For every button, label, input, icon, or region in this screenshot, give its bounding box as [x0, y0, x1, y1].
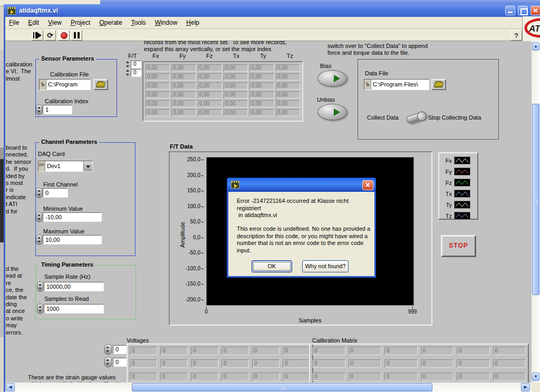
voltages-index-value[interactable]: 0	[113, 358, 127, 367]
ft-cell: 0,00	[198, 82, 222, 90]
error-message: Error -2147221164 occurred at Klasse nic…	[237, 198, 349, 219]
ft-cell: 0,00	[224, 82, 248, 90]
run-button[interactable]	[32, 30, 43, 41]
titlebar[interactable]: atidaqftmx.vi	[4, 4, 540, 17]
menu-help[interactable]: Help	[186, 19, 199, 26]
ft-cell: 0,00	[146, 82, 170, 90]
waveform-swatch	[454, 212, 470, 220]
scroll-right-icon[interactable]: ▶	[521, 383, 530, 391]
ft-index-value[interactable]: 0	[131, 61, 141, 68]
maximum-value-spinner[interactable]	[36, 234, 42, 245]
calibration-cell: 0	[493, 359, 526, 368]
ok-button[interactable]: OK	[252, 260, 292, 272]
y-tick-label: 0,0	[193, 234, 204, 240]
calibration-cell: 0	[384, 359, 418, 368]
menu-view[interactable]: View	[48, 19, 62, 26]
context-help-button[interactable]: ?	[510, 30, 522, 41]
voltages-index-spinner[interactable]	[104, 357, 112, 367]
voltage-cell: 0	[252, 347, 279, 355]
legend-item[interactable]: Ty	[440, 199, 477, 210]
legend-item[interactable]: Fx	[440, 155, 477, 166]
calibration-index-spinner[interactable]	[36, 104, 42, 115]
calibration-cell: 0	[349, 347, 382, 355]
ft-cell: 0,00	[224, 109, 248, 116]
samples-to-read-field[interactable]: 1000	[44, 304, 104, 313]
y-axis: 250,0200,0150,0100,050,00,0-50,0-100,0-1…	[170, 156, 204, 302]
scroll-left-icon[interactable]: ◀	[6, 383, 15, 391]
samples-to-read-spinner[interactable]	[37, 303, 43, 314]
scroll-down-icon[interactable]: ▼	[532, 373, 539, 381]
path-type-icon: Ъ	[364, 80, 371, 90]
menu-file[interactable]: File	[9, 19, 19, 26]
first-channel-value[interactable]: 0	[43, 188, 68, 198]
voltages-index-value[interactable]: 0	[113, 345, 127, 354]
daq-card-dropdown[interactable]: I/O Dev1	[38, 161, 93, 172]
pause-button[interactable]	[71, 30, 82, 41]
unbias-button[interactable]	[317, 104, 347, 120]
data-file-input[interactable]: Ъ C:\Program Files\	[364, 79, 429, 90]
maximize-button[interactable]	[518, 6, 528, 15]
why-not-found-button[interactable]: Why not found?	[302, 260, 349, 272]
voltages-index-spinner[interactable]	[104, 344, 112, 355]
menu-window[interactable]: Window	[155, 19, 178, 26]
voltage-cell: 0	[283, 347, 310, 355]
vertical-scrollbar[interactable]: ▲ ▼	[532, 41, 540, 383]
y-tick-label: 100,0	[187, 203, 204, 209]
bias-button[interactable]	[317, 70, 347, 86]
ft-column-header: Tz	[276, 53, 303, 59]
ft-array-label: F/T	[128, 53, 137, 59]
ft-cell: 0,00	[198, 91, 222, 99]
first-channel-label: First Channel	[43, 181, 78, 188]
legend-item[interactable]: Tz	[440, 210, 477, 221]
horizontal-scroll-thumb[interactable]	[132, 383, 432, 391]
menu-tools[interactable]: Tools	[131, 19, 146, 26]
ft-column-header: Fy	[169, 53, 196, 59]
waveform-swatch	[454, 156, 470, 164]
background-strip	[0, 50, 4, 148]
menu-project[interactable]: Project	[71, 19, 90, 26]
y-tick-label: 200,0	[187, 172, 204, 178]
ft-cell: 0,00	[276, 82, 300, 90]
stop-button[interactable]: STOP	[441, 235, 476, 257]
ft-column-header: Tx	[223, 53, 249, 59]
resize-corner[interactable]	[532, 383, 540, 392]
sample-rate-spinner[interactable]	[37, 281, 43, 292]
scroll-up-icon[interactable]: ▲	[532, 42, 539, 51]
first-channel-spinner[interactable]	[36, 188, 42, 198]
calibration-cell: 0	[312, 359, 345, 368]
legend-item[interactable]: Tx	[440, 188, 477, 199]
ft-index-spinner[interactable]	[126, 69, 130, 76]
calibration-cell: 0	[312, 347, 345, 355]
minimum-value-label: Minimum Value	[43, 205, 83, 212]
run-continuous-button[interactable]: ⟳	[44, 30, 56, 41]
dropdown-arrow-icon[interactable]	[83, 161, 92, 171]
minimize-button[interactable]	[505, 6, 515, 15]
clipped-help-text: d theead atrece, thedate thedingat onceo…	[6, 266, 27, 336]
daq-card-label: DAQ Card	[38, 151, 65, 157]
calibration-file-input[interactable]: Ъ C:\Program	[39, 79, 91, 90]
sample-rate-field[interactable]: 10000,00	[44, 282, 104, 291]
calibration-index-value[interactable]: 1	[43, 105, 72, 114]
abort-button[interactable]	[58, 30, 70, 41]
menu-operate[interactable]: Operate	[99, 19, 122, 26]
voltage-cell: 0	[283, 359, 310, 368]
minimum-value-field[interactable]: -10,00	[43, 212, 102, 222]
vertical-scroll-thumb[interactable]	[532, 104, 539, 295]
error-dialog-titlebar[interactable]	[227, 178, 376, 192]
browse-calibration-file-button[interactable]	[93, 79, 108, 90]
menu-edit[interactable]: Edit	[28, 19, 39, 26]
legend-item[interactable]: Fy	[440, 166, 477, 177]
close-button[interactable]	[531, 6, 540, 15]
minimum-value-spinner[interactable]	[36, 212, 42, 222]
legend-label: Fz	[440, 180, 452, 186]
horizontal-scrollbar[interactable]: ◀ ▶	[5, 383, 532, 392]
ft-column-header: Fx	[142, 53, 169, 59]
window-title: atidaqftmx.vi	[19, 7, 58, 14]
browse-data-file-button[interactable]	[431, 79, 446, 90]
ft-index-value[interactable]: 0	[131, 69, 141, 77]
waveform-swatch	[454, 201, 470, 209]
ft-index-spinner[interactable]	[126, 61, 130, 68]
dialog-close-button[interactable]	[362, 180, 373, 190]
legend-item[interactable]: Fz	[440, 177, 477, 188]
maximum-value-field[interactable]: 10,00	[43, 235, 102, 244]
